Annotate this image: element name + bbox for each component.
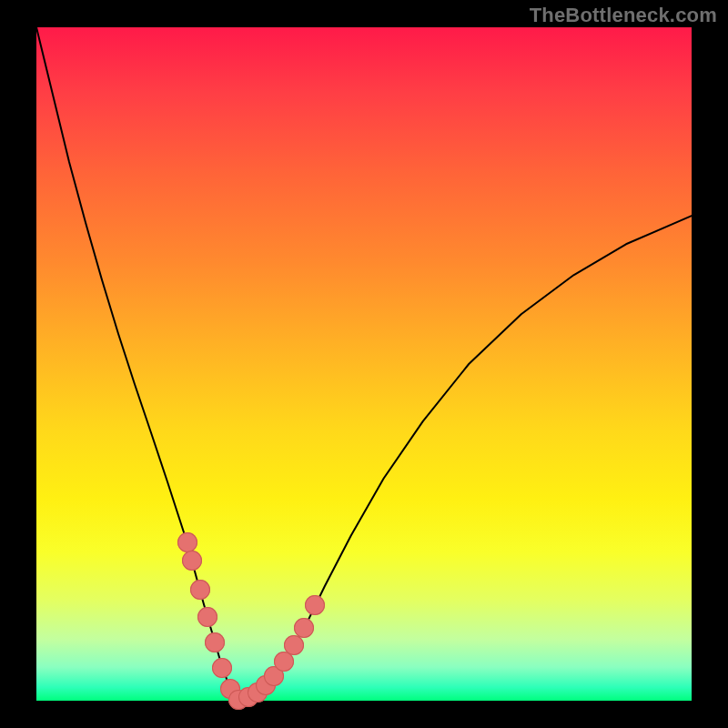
data-dot (190, 580, 210, 600)
data-dot (212, 658, 232, 678)
data-dot (182, 551, 202, 571)
data-dot (305, 595, 325, 615)
data-dot (177, 532, 197, 552)
data-dot (205, 632, 225, 652)
chart-stage: TheBottleneck.com (0, 0, 728, 728)
data-dot (197, 607, 217, 627)
attribution-text: TheBottleneck.com (530, 4, 717, 27)
data-dot (284, 635, 304, 655)
plot-area (36, 27, 692, 701)
data-dot (294, 618, 314, 638)
data-dot (274, 652, 294, 672)
